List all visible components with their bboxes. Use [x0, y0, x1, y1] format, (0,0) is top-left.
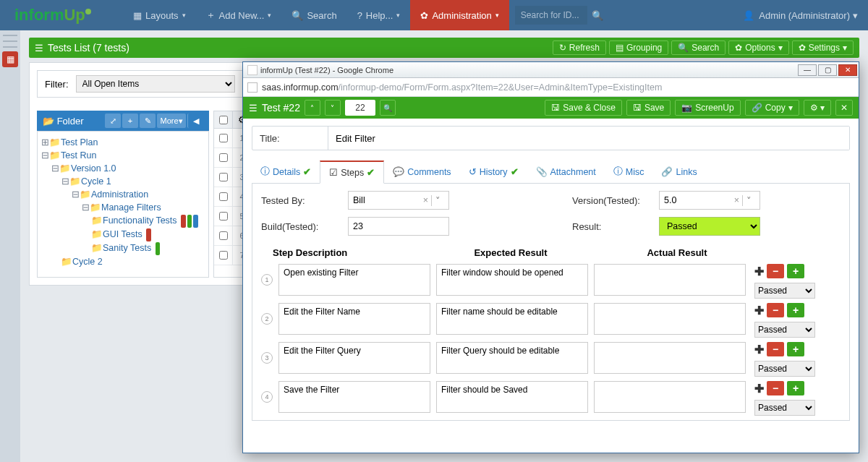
item-number[interactable]: 22	[345, 100, 375, 116]
address-bar[interactable]: saas.informup.com/informup-demo/Form/For…	[243, 78, 859, 97]
row-check[interactable]	[219, 134, 228, 142]
save-close-button[interactable]: 🖫 Save & Close	[545, 100, 622, 116]
nav-help[interactable]: ? Help...▾	[347, 0, 411, 30]
step-result-select[interactable]: Passed	[754, 322, 815, 338]
remove-step-button[interactable]: −	[767, 342, 784, 356]
page-icon	[247, 82, 258, 93]
drag-icon[interactable]: ✚	[754, 304, 764, 317]
folder-collapse[interactable]: ◀	[187, 114, 203, 128]
add-step-button[interactable]: +	[787, 264, 804, 278]
tab-misc[interactable]: ⓘ Misc	[605, 161, 653, 183]
result-select[interactable]: Passed	[659, 217, 760, 236]
step-number: 4	[261, 391, 273, 403]
step-row: 4 Save the Filter Filter should be Saved…	[261, 381, 841, 416]
filter-label: Filter:	[45, 79, 69, 90]
tab-comments[interactable]: 💬 Comments	[384, 161, 459, 183]
close-form[interactable]: ✕	[835, 100, 853, 116]
win-min[interactable]: —	[798, 64, 817, 76]
win-close[interactable]: ✕	[838, 64, 857, 76]
step-result-select[interactable]: Passed	[754, 361, 815, 377]
folder-icon: 📂	[43, 116, 54, 127]
tested-by-combo[interactable]: Bill×˅	[348, 191, 449, 210]
version-combo[interactable]: 5.0×˅	[659, 191, 760, 210]
remove-step-button[interactable]: −	[767, 264, 784, 278]
drag-icon[interactable]: ✚	[754, 343, 764, 356]
col-step-desc: Step Description	[261, 247, 427, 258]
step-expected[interactable]: Filter window should be opened	[436, 264, 588, 296]
left-rail: ▦	[0, 30, 20, 462]
screenup-button[interactable]: 📷 ScreenUp	[675, 100, 740, 116]
add-step-button[interactable]: +	[787, 303, 804, 317]
user-menu[interactable]: 👤 Admin (Administrator) ▾	[743, 10, 868, 21]
drag-icon[interactable]: ✚	[754, 265, 764, 278]
nav-search[interactable]: 🔍 Search	[281, 0, 346, 30]
tab-attachment[interactable]: 📎 Attachment	[527, 161, 605, 183]
form-tabs: ⓘ Details ✔ ☑ Steps ✔ 💬 Comments ↺ Histo…	[252, 161, 850, 184]
nav-layouts[interactable]: ▦ Layouts▾	[123, 0, 196, 30]
title-input[interactable]	[328, 127, 849, 150]
row-check[interactable]	[219, 173, 228, 181]
remove-step-button[interactable]: −	[767, 381, 784, 395]
tab-steps[interactable]: ☑ Steps ✔	[320, 161, 384, 184]
tab-links[interactable]: 🔗 Links	[652, 161, 705, 183]
row-check[interactable]	[219, 251, 228, 260]
build-label: Build(Tested):	[261, 221, 348, 232]
grid-check-all[interactable]	[219, 116, 228, 124]
folder-tool-more[interactable]: More ▾	[157, 114, 186, 128]
save-button[interactable]: 🖫 Save	[626, 100, 671, 116]
folder-tree[interactable]: ⊞📁Test Plan ⊟📁Test Run ⊟📁Version 1.0 ⊟📁C…	[37, 131, 209, 278]
step-actual[interactable]	[594, 342, 746, 374]
build-input[interactable]	[348, 217, 449, 236]
step-expected[interactable]: Filter name should be editable	[436, 303, 588, 335]
folder-header: 📂 Folder ⤢ + ✎ More ▾ ◀	[37, 111, 209, 131]
row-check[interactable]	[219, 153, 228, 162]
step-result-select[interactable]: Passed	[754, 400, 815, 416]
step-expected[interactable]: Filter Query should be editable	[436, 342, 588, 374]
title-label: Title:	[252, 127, 328, 150]
test-form-window: informUp (Test #22) - Google Chrome — ▢ …	[242, 61, 859, 453]
copy-button[interactable]: 🔗 Copy ▾	[745, 100, 799, 116]
next-item[interactable]: ˅	[325, 100, 341, 116]
add-step-button[interactable]: +	[787, 381, 804, 395]
step-actual[interactable]	[594, 381, 746, 413]
settings-button[interactable]: ✿ Settings ▾	[792, 40, 854, 55]
prev-item[interactable]: ˄	[305, 100, 320, 116]
folder-tool-expand[interactable]: ⤢	[105, 114, 121, 128]
tab-history[interactable]: ↺ History ✔	[460, 161, 527, 183]
row-check[interactable]	[219, 192, 228, 201]
gear-button[interactable]: ⚙ ▾	[804, 100, 831, 116]
row-check[interactable]	[219, 212, 228, 221]
filter-select[interactable]: All Open Items	[76, 75, 235, 93]
step-desc[interactable]: Edit the Filter Query	[278, 342, 430, 374]
folder-tool-edit[interactable]: ✎	[140, 114, 156, 128]
result-label: Result:	[572, 221, 659, 232]
refresh-button[interactable]: ↻ Refresh	[553, 40, 606, 55]
search-id-input[interactable]	[515, 6, 587, 25]
step-actual[interactable]	[594, 264, 746, 296]
step-actual[interactable]	[594, 303, 746, 335]
go-item[interactable]: 🔍	[380, 100, 396, 116]
remove-step-button[interactable]: −	[767, 303, 784, 317]
add-step-button[interactable]: +	[787, 342, 804, 356]
step-expected[interactable]: Filter should be Saved	[436, 381, 588, 413]
logo: informUp	[0, 6, 123, 25]
nav-add-new[interactable]: ＋ Add New...▾	[196, 0, 282, 30]
search-icon[interactable]: 🔍	[592, 10, 603, 21]
step-desc[interactable]: Open existing Filter	[278, 264, 430, 296]
drag-icon[interactable]: ✚	[754, 382, 764, 395]
search-button[interactable]: 🔍 Search	[671, 40, 726, 55]
nav-search-box[interactable]: 🔍	[509, 6, 609, 25]
step-desc[interactable]: Edit the Filter Name	[278, 303, 430, 335]
nav-admin[interactable]: ✿ Administration▾	[410, 0, 509, 30]
tab-details[interactable]: ⓘ Details ✔	[252, 161, 320, 183]
win-max[interactable]: ▢	[818, 64, 837, 76]
step-result-select[interactable]: Passed	[754, 283, 815, 299]
form-green-bar: ☰ Test #22 ˄ ˅ 22 🔍 🖫 Save & Close 🖫 Sav…	[243, 97, 859, 119]
folder-tool-add[interactable]: +	[122, 114, 138, 128]
grouping-button[interactable]: ▤ Grouping	[609, 40, 668, 55]
step-desc[interactable]: Save the Filter	[278, 381, 430, 413]
rail-grid-button[interactable]: ▦	[2, 51, 18, 67]
options-button[interactable]: ✿ Options ▾	[728, 40, 788, 55]
col-actual: Actual Result	[594, 247, 760, 258]
row-check[interactable]	[219, 231, 228, 240]
